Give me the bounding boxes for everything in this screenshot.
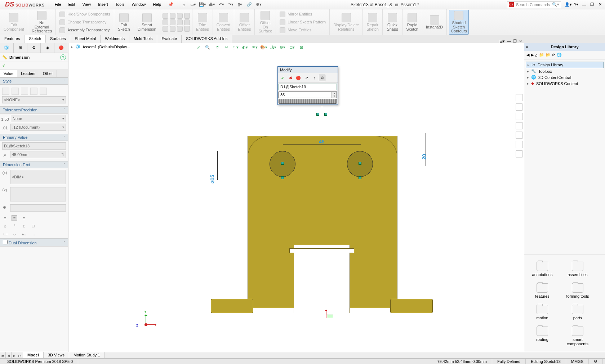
square-icon[interactable]: □ [30,223,36,229]
pm-tab-leaders[interactable]: Leaders [17,70,39,77]
tab-weldments[interactable]: Weldments [101,35,129,43]
modify-dialog[interactable]: Modify ✔ ✖ 🔴 ↗ ↕ ⚙ ▲▼ [277,66,338,105]
dimension-45[interactable]: 45 [319,139,325,145]
close-icon[interactable]: ✕ [596,1,604,8]
dual-dimension-checkbox[interactable] [3,240,8,244]
modify-reverse-icon[interactable]: ↗ [303,75,310,81]
dl-search-icon[interactable]: 🌐 [557,53,562,57]
primary-lock-icon[interactable]: ↗ [2,152,7,158]
modify-thumbwheel[interactable] [279,99,337,104]
taskpane-view-icon[interactable] [516,122,523,129]
assembly-transparency-button[interactable]: Assembly Transparency [58,27,111,34]
view-triad[interactable]: Y Z [139,314,154,328]
pm-dual-header[interactable]: Dual Dimension ˅ [0,238,68,247]
qat-home-icon[interactable]: ⌂ [180,1,188,9]
fm-tab-tree[interactable]: 🧊 [0,43,14,53]
deg-icon[interactable]: ° [12,223,17,229]
fm-tab-display[interactable]: ◈ [41,43,54,53]
justify-center-icon[interactable]: ≡ [12,215,17,221]
tolerance-precision-select[interactable]: .12 (Document)▾ [10,124,66,131]
mdi-restore-icon[interactable]: ❐ [513,39,517,44]
depth-icon[interactable]: ⌳ [21,231,27,237]
dl-folder-motion[interactable]: motion [528,305,557,320]
poly-icon[interactable] [177,19,183,25]
smart-dimension-button[interactable]: Smart Dimension [136,12,158,32]
dl-folder-routing[interactable]: routing [528,327,557,346]
taskpane-props-icon[interactable] [516,141,523,148]
dimtext-below-field[interactable] [10,204,66,212]
plusminus-icon[interactable]: ± [21,223,27,229]
dl-new-icon[interactable]: 📂 [546,53,551,57]
view-orientation-icon[interactable]: ⬚▾ [232,44,239,51]
status-options-icon[interactable]: ⚙ [589,359,603,364]
qat-save-icon[interactable]: 💾▾ [199,1,206,9]
dl-fwd-icon[interactable]: ▶ [531,53,534,57]
sketch-relation-icon[interactable] [316,113,319,116]
fillet-icon[interactable] [177,26,183,32]
display-style-icon[interactable]: ◐▾ [241,44,249,51]
text-icon[interactable] [170,26,175,32]
view-misc-icon[interactable]: ⊡▾ [288,44,295,51]
sketch-point[interactable] [359,162,361,165]
cbore-icon[interactable]: ⌴ [2,231,8,237]
fm-tab-config[interactable]: ⚙ [27,43,41,53]
pm-style-header[interactable]: Style˄ [0,77,68,85]
tolerance-type-select[interactable]: None▾ [11,115,66,122]
dl-folder-annotations[interactable]: annotations [528,262,557,277]
dl-folder-parts[interactable]: parts [563,305,592,320]
dl-item-design-library[interactable]: ▸🗂Design Library [526,62,604,68]
search-icon[interactable]: 🔍▾ [552,2,559,7]
modify-value-field[interactable]: ▲▼ [279,92,337,98]
menu-view[interactable]: View [80,1,94,8]
plane-icon[interactable] [184,26,190,32]
dl-item-3dcc[interactable]: ▸🌐3D ContentCentral [526,74,604,80]
shaded-contours-button[interactable]: Shaded Sketch Contours [449,10,469,35]
style-add-icon[interactable] [2,88,9,95]
dl-folder-features[interactable]: features [528,283,557,298]
dimtext-after-icon[interactable]: (x) [2,187,7,193]
maximize-icon[interactable]: ❐ [588,1,596,8]
dimension-20[interactable]: 20 [421,154,427,160]
menu-tools[interactable]: Tools [112,1,128,8]
qat-print-icon[interactable]: 🖶▾ [208,1,216,9]
search-commands[interactable]: DS Search Commands 🔍▾ [507,1,561,8]
taskpane-library-icon[interactable] [516,103,523,111]
prev-view-icon[interactable]: ↺ [213,44,221,51]
no-ext-refs-button[interactable]: No External References [30,10,53,34]
qat-options-icon[interactable]: ⚙▾ [255,1,263,9]
breadcrumb[interactable]: ▸ 🧊 Assem1 (Default<Display... [71,44,130,49]
tab-surfaces[interactable]: Surfaces [46,35,70,43]
dl-folder-smart-components[interactable]: smart components [563,327,592,346]
dl-folder-forming-tools[interactable]: forming tools [563,283,592,298]
mdi-views-icon[interactable]: ⊞▾ [499,39,505,44]
qat-undo-icon[interactable]: ↶▾ [217,1,225,9]
ellipse-icon[interactable] [184,13,190,19]
status-units[interactable]: MMGS [566,359,589,364]
breadcrumb-collapse-icon[interactable]: ▸ [71,45,73,49]
pm-ok-icon[interactable]: ✔ [0,62,68,70]
modify-reset-icon[interactable]: ↕ [311,75,317,81]
dl-add-icon[interactable]: 📁 [539,53,544,57]
style-select[interactable]: <NONE>▾ [2,96,66,103]
style-apply-icon[interactable] [40,88,47,95]
apply-scene-icon[interactable]: 🏞▾ [270,44,277,51]
dl-folder-assemblies[interactable]: assemblies [563,262,592,277]
modify-thumbwheel-icon[interactable]: ⚙ [319,75,325,81]
pm-primary-header[interactable]: Primary Value˄ [0,134,68,141]
dimtext-below-icon[interactable]: ⊕ [2,204,7,210]
pm-tolerance-header[interactable]: Tolerance/Precision˄ [0,106,68,114]
justify-right-icon[interactable]: ≡ [21,215,27,221]
circle-icon[interactable] [163,26,168,32]
dl-back-icon[interactable]: ◀ [526,53,529,57]
qat-rebuild-icon[interactable]: 🔗 [245,1,253,9]
primary-value-field[interactable]: 45.00mm⇅ [10,151,66,158]
spin-down-icon[interactable]: ▼ [332,95,337,98]
dia-icon[interactable]: ⌀ [2,223,8,229]
mdi-min-icon[interactable]: — [507,39,511,44]
fm-tab-appearance[interactable]: 🔴 [54,43,68,53]
minimize-icon[interactable]: — [580,1,588,8]
menu-window[interactable]: Window [129,1,148,8]
sketch-point[interactable] [281,176,284,179]
spline-icon[interactable] [177,13,183,19]
style-load-icon[interactable] [30,88,37,95]
